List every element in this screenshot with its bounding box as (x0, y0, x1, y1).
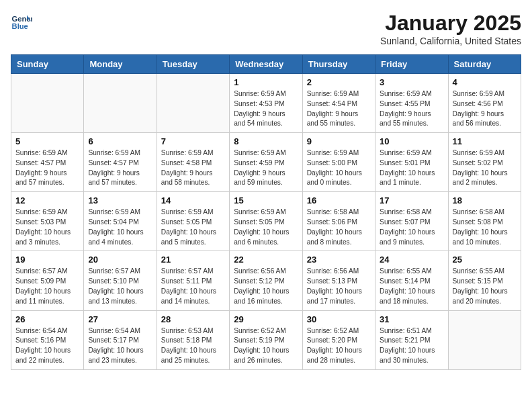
day-number: 8 (234, 136, 298, 146)
day-number: 15 (234, 195, 298, 205)
page-header: General Blue January 2025 Sunland, Calif… (11, 11, 521, 46)
calendar-cell: 28Sunrise: 6:53 AM Sunset: 5:18 PM Dayli… (157, 310, 229, 369)
day-number: 29 (234, 314, 298, 324)
day-number: 20 (88, 255, 152, 265)
day-info: Sunrise: 6:52 AM Sunset: 5:19 PM Dayligh… (234, 326, 298, 366)
day-info: Sunrise: 6:59 AM Sunset: 5:00 PM Dayligh… (307, 148, 371, 188)
day-info: Sunrise: 6:51 AM Sunset: 5:21 PM Dayligh… (380, 326, 443, 366)
calendar-cell: 25Sunrise: 6:55 AM Sunset: 5:15 PM Dayli… (448, 251, 521, 310)
col-monday: Monday (84, 55, 157, 74)
day-info: Sunrise: 6:59 AM Sunset: 4:53 PM Dayligh… (234, 89, 298, 129)
calendar-week-row: 1Sunrise: 6:59 AM Sunset: 4:53 PM Daylig… (11, 74, 521, 133)
day-info: Sunrise: 6:59 AM Sunset: 5:02 PM Dayligh… (453, 148, 517, 188)
month-title: January 2025 (380, 11, 521, 36)
day-info: Sunrise: 6:57 AM Sunset: 5:10 PM Dayligh… (88, 267, 152, 306)
day-number: 7 (161, 136, 225, 146)
day-number: 27 (88, 314, 152, 324)
col-saturday: Saturday (448, 55, 521, 74)
location: Sunland, California, United States (380, 36, 521, 46)
logo: General Blue (11, 11, 32, 32)
calendar-cell: 24Sunrise: 6:55 AM Sunset: 5:14 PM Dayli… (375, 251, 448, 310)
svg-text:Blue: Blue (12, 22, 28, 30)
day-number: 3 (380, 77, 443, 87)
day-info: Sunrise: 6:59 AM Sunset: 4:59 PM Dayligh… (234, 148, 298, 188)
day-info: Sunrise: 6:59 AM Sunset: 4:58 PM Dayligh… (161, 148, 225, 188)
calendar-cell: 22Sunrise: 6:56 AM Sunset: 5:12 PM Dayli… (230, 251, 302, 310)
day-info: Sunrise: 6:55 AM Sunset: 5:15 PM Dayligh… (453, 267, 517, 306)
calendar-cell: 29Sunrise: 6:52 AM Sunset: 5:19 PM Dayli… (230, 310, 302, 369)
day-info: Sunrise: 6:59 AM Sunset: 5:05 PM Dayligh… (161, 208, 225, 247)
calendar-cell: 26Sunrise: 6:54 AM Sunset: 5:16 PM Dayli… (11, 310, 84, 369)
calendar-cell: 9Sunrise: 6:59 AM Sunset: 5:00 PM Daylig… (302, 133, 375, 192)
calendar-cell: 11Sunrise: 6:59 AM Sunset: 5:02 PM Dayli… (448, 133, 521, 192)
day-info: Sunrise: 6:59 AM Sunset: 5:03 PM Dayligh… (15, 208, 79, 247)
day-number: 6 (88, 136, 152, 146)
calendar-cell: 5Sunrise: 6:59 AM Sunset: 4:57 PM Daylig… (11, 133, 84, 192)
day-info: Sunrise: 6:59 AM Sunset: 5:01 PM Dayligh… (380, 148, 443, 188)
day-info: Sunrise: 6:55 AM Sunset: 5:14 PM Dayligh… (380, 267, 443, 306)
calendar-cell: 30Sunrise: 6:52 AM Sunset: 5:20 PM Dayli… (302, 310, 375, 369)
calendar-table: Sunday Monday Tuesday Wednesday Thursday… (11, 54, 521, 370)
day-number: 5 (15, 136, 79, 146)
day-number: 17 (380, 195, 443, 205)
calendar-week-row: 12Sunrise: 6:59 AM Sunset: 5:03 PM Dayli… (11, 192, 521, 251)
calendar-cell: 23Sunrise: 6:56 AM Sunset: 5:13 PM Dayli… (302, 251, 375, 310)
calendar-cell: 19Sunrise: 6:57 AM Sunset: 5:09 PM Dayli… (11, 251, 84, 310)
calendar-cell: 13Sunrise: 6:59 AM Sunset: 5:04 PM Dayli… (84, 192, 157, 251)
day-info: Sunrise: 6:59 AM Sunset: 5:05 PM Dayligh… (234, 208, 298, 247)
day-info: Sunrise: 6:52 AM Sunset: 5:20 PM Dayligh… (307, 326, 371, 366)
col-wednesday: Wednesday (230, 55, 302, 74)
day-number: 18 (453, 195, 517, 205)
day-number: 21 (161, 255, 225, 265)
day-number: 24 (380, 255, 443, 265)
day-info: Sunrise: 6:53 AM Sunset: 5:18 PM Dayligh… (161, 326, 225, 366)
day-info: Sunrise: 6:59 AM Sunset: 4:57 PM Dayligh… (15, 148, 79, 188)
calendar-cell (84, 74, 157, 133)
day-info: Sunrise: 6:58 AM Sunset: 5:08 PM Dayligh… (453, 208, 517, 247)
day-info: Sunrise: 6:57 AM Sunset: 5:09 PM Dayligh… (15, 267, 79, 306)
calendar-header-row: Sunday Monday Tuesday Wednesday Thursday… (11, 55, 521, 74)
day-number: 9 (307, 136, 371, 146)
calendar-cell (11, 74, 84, 133)
day-number: 16 (307, 195, 371, 205)
day-number: 14 (161, 195, 225, 205)
day-number: 26 (15, 314, 79, 324)
day-number: 31 (380, 314, 443, 324)
calendar-cell: 14Sunrise: 6:59 AM Sunset: 5:05 PM Dayli… (157, 192, 229, 251)
calendar-cell: 8Sunrise: 6:59 AM Sunset: 4:59 PM Daylig… (230, 133, 302, 192)
calendar-cell: 18Sunrise: 6:58 AM Sunset: 5:08 PM Dayli… (448, 192, 521, 251)
calendar-cell: 1Sunrise: 6:59 AM Sunset: 4:53 PM Daylig… (230, 74, 302, 133)
day-number: 10 (380, 136, 443, 146)
day-info: Sunrise: 6:57 AM Sunset: 5:11 PM Dayligh… (161, 267, 225, 306)
calendar-cell: 20Sunrise: 6:57 AM Sunset: 5:10 PM Dayli… (84, 251, 157, 310)
calendar-cell: 17Sunrise: 6:58 AM Sunset: 5:07 PM Dayli… (375, 192, 448, 251)
calendar-cell: 10Sunrise: 6:59 AM Sunset: 5:01 PM Dayli… (375, 133, 448, 192)
day-number: 30 (307, 314, 371, 324)
calendar-cell: 3Sunrise: 6:59 AM Sunset: 4:55 PM Daylig… (375, 74, 448, 133)
calendar-cell: 16Sunrise: 6:58 AM Sunset: 5:06 PM Dayli… (302, 192, 375, 251)
calendar-cell: 31Sunrise: 6:51 AM Sunset: 5:21 PM Dayli… (375, 310, 448, 369)
calendar-cell: 12Sunrise: 6:59 AM Sunset: 5:03 PM Dayli… (11, 192, 84, 251)
calendar-week-row: 19Sunrise: 6:57 AM Sunset: 5:09 PM Dayli… (11, 251, 521, 310)
calendar-cell: 4Sunrise: 6:59 AM Sunset: 4:56 PM Daylig… (448, 74, 521, 133)
calendar-cell: 15Sunrise: 6:59 AM Sunset: 5:05 PM Dayli… (230, 192, 302, 251)
day-number: 19 (15, 255, 79, 265)
day-number: 12 (15, 195, 79, 205)
day-info: Sunrise: 6:59 AM Sunset: 4:56 PM Dayligh… (453, 89, 517, 129)
day-info: Sunrise: 6:59 AM Sunset: 4:54 PM Dayligh… (307, 89, 371, 129)
calendar-cell: 7Sunrise: 6:59 AM Sunset: 4:58 PM Daylig… (157, 133, 229, 192)
day-info: Sunrise: 6:54 AM Sunset: 5:17 PM Dayligh… (88, 326, 152, 366)
col-thursday: Thursday (302, 55, 375, 74)
col-sunday: Sunday (11, 55, 84, 74)
col-tuesday: Tuesday (157, 55, 229, 74)
calendar-cell: 6Sunrise: 6:59 AM Sunset: 4:57 PM Daylig… (84, 133, 157, 192)
day-number: 23 (307, 255, 371, 265)
day-number: 4 (453, 77, 517, 87)
day-number: 2 (307, 77, 371, 87)
day-number: 22 (234, 255, 298, 265)
day-info: Sunrise: 6:58 AM Sunset: 5:06 PM Dayligh… (307, 208, 371, 247)
calendar-week-row: 5Sunrise: 6:59 AM Sunset: 4:57 PM Daylig… (11, 133, 521, 192)
logo-icon: General Blue (11, 11, 32, 32)
calendar-cell: 21Sunrise: 6:57 AM Sunset: 5:11 PM Dayli… (157, 251, 229, 310)
day-number: 25 (453, 255, 517, 265)
